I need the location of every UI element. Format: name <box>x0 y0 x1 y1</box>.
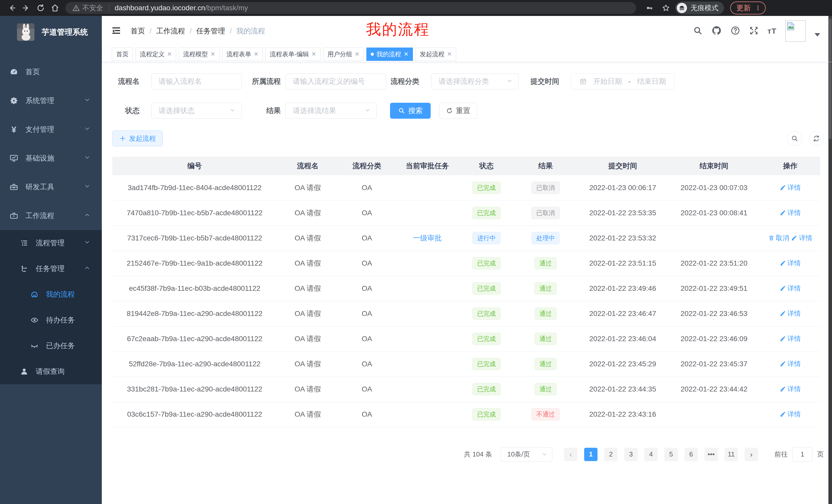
current-task-link[interactable]: 一级审批 <box>413 234 442 242</box>
font-size-icon[interactable]: тT <box>768 27 777 35</box>
next-page-button[interactable]: › <box>745 448 758 461</box>
url-bar[interactable]: 不安全 dashboard.yudao.iocoder.cn/bpm/task/… <box>65 2 636 14</box>
sidebar-item-6[interactable]: 流程管理 <box>0 230 102 256</box>
breadcrumb-home[interactable]: 首页 <box>131 26 145 36</box>
detail-action[interactable]: 详情 <box>791 233 812 243</box>
sidebar-item-label: 基础设施 <box>25 153 54 163</box>
date-range-picker[interactable]: 开始日期 - 结束日期 <box>571 74 675 89</box>
chevron-up-icon <box>84 212 90 220</box>
chevron-down-icon <box>84 239 90 247</box>
browser-back-icon[interactable] <box>5 1 19 15</box>
create-process-button[interactable]: 发起流程 <box>112 131 163 146</box>
page-ellipsis[interactable]: ••• <box>704 448 718 461</box>
detail-action[interactable]: 详情 <box>780 385 801 394</box>
detail-action[interactable]: 详情 <box>780 334 801 343</box>
fullscreen-icon[interactable] <box>749 26 759 36</box>
process-name-input[interactable] <box>151 74 241 89</box>
sidebar-item-5[interactable]: 工作流程 <box>0 201 102 230</box>
sidebar-item-2[interactable]: ¥支付管理 <box>0 115 102 144</box>
detail-action[interactable]: 详情 <box>780 309 801 318</box>
url-path: /bpm/task/my <box>205 4 248 12</box>
table-body: 3ad174fb-7b9d-11ec-8404-acde48001122OA 请… <box>112 175 820 427</box>
gear-icon <box>9 96 18 105</box>
page-button-6[interactable]: 6 <box>684 448 698 461</box>
cancel-action[interactable]: 取消 <box>768 233 789 243</box>
sidebar-logo[interactable]: 芋道管理系统 <box>0 16 102 48</box>
header-search-icon[interactable] <box>693 26 703 36</box>
sidebar-item-3[interactable]: 基础设施 <box>0 144 102 173</box>
detail-action[interactable]: 详情 <box>780 208 801 217</box>
red-annotation-text: 我的流程 <box>366 20 430 39</box>
browser-home-icon[interactable] <box>48 1 62 15</box>
detail-action[interactable]: 详情 <box>780 259 801 268</box>
trash-icon <box>768 235 774 241</box>
refresh-table-button[interactable] <box>809 131 824 146</box>
scrollbar-thumb[interactable] <box>829 19 831 139</box>
page-button-1[interactable]: 1 <box>584 448 598 461</box>
tab-5[interactable]: 用户分组✕ <box>323 48 364 61</box>
category-select[interactable]: 请选择流程分类 <box>431 74 519 89</box>
close-icon[interactable]: ✕ <box>355 51 359 58</box>
close-icon[interactable]: ✕ <box>447 51 452 58</box>
page-button-2[interactable]: 2 <box>604 448 618 461</box>
sidebar-item-0[interactable]: 首页 <box>0 58 102 86</box>
page-button-5[interactable]: 5 <box>665 448 678 461</box>
detail-action[interactable]: 详情 <box>780 359 801 368</box>
tab-3[interactable]: 流程表单✕ <box>222 48 263 61</box>
browser-update-button[interactable]: 更新 <box>730 2 766 15</box>
cell-submit-time: 2022-01-22 23:44:35 <box>578 376 668 402</box>
browser-forward-icon[interactable] <box>19 1 33 15</box>
search-button[interactable]: 搜索 <box>390 103 431 119</box>
reset-button[interactable]: 重置 <box>439 103 477 119</box>
sidebar-item-4[interactable]: 研发工具 <box>0 173 102 201</box>
sidebar-item-11[interactable]: 请假查询 <box>0 359 102 384</box>
close-icon[interactable]: ✕ <box>254 51 258 58</box>
sidebar-item-9[interactable]: 待办任务 <box>0 307 102 333</box>
bookmark-star-icon[interactable] <box>659 1 673 15</box>
close-icon[interactable]: ✕ <box>210 51 215 58</box>
status-badge: 已完成 <box>472 333 501 345</box>
result-select[interactable]: 请选择流结果 <box>285 103 377 119</box>
tab-2[interactable]: 流程模型✕ <box>179 48 219 61</box>
page-button-11[interactable]: 11 <box>725 448 738 461</box>
goto-page-input[interactable] <box>792 447 812 461</box>
toggle-search-button[interactable] <box>787 131 802 146</box>
avatar-caret-icon[interactable] <box>814 33 820 36</box>
status-select[interactable]: 请选择状态 <box>151 103 241 119</box>
detail-action[interactable]: 详情 <box>780 183 801 192</box>
window-scrollbar[interactable] <box>828 16 832 504</box>
cell-end-time <box>668 402 760 427</box>
help-icon[interactable] <box>730 26 740 36</box>
avatar[interactable] <box>785 20 806 42</box>
sidebar-item-1[interactable]: 系统管理 <box>0 86 102 115</box>
process-def-input[interactable] <box>285 74 386 89</box>
close-icon[interactable]: ✕ <box>167 51 172 58</box>
close-icon[interactable]: ✕ <box>404 51 408 58</box>
close-icon[interactable]: ✕ <box>311 51 316 58</box>
tab-0[interactable]: 首页 <box>112 48 133 61</box>
sidebar-item-7[interactable]: 任务管理 <box>0 256 102 282</box>
page-button-4[interactable]: 4 <box>644 448 658 461</box>
pencil-icon <box>780 209 786 216</box>
page-size-select[interactable]: 10条/页 <box>501 447 552 461</box>
tab-4[interactable]: 流程表单-编辑✕ <box>265 48 320 61</box>
github-icon[interactable] <box>711 25 722 37</box>
table-row: 7317cec6-7b9b-11ec-b5b7-acde48001122OA 请… <box>112 226 820 251</box>
cell-end-time: 2022-01-22 23:51:20 <box>668 251 760 276</box>
not-secure-warning[interactable]: 不安全 <box>73 3 103 12</box>
sidebar-item-10[interactable]: 已办任务 <box>0 333 102 359</box>
sidebar-item-8[interactable]: 我的流程 <box>0 282 102 307</box>
tab-1[interactable]: 流程定义✕ <box>135 48 176 61</box>
tab-7[interactable]: 发起流程✕ <box>415 48 456 61</box>
sidebar-toggle-icon[interactable] <box>102 25 131 37</box>
tab-6[interactable]: 我的流程✕ <box>366 48 413 61</box>
breadcrumb-task-mgmt[interactable]: 任务管理 <box>197 26 225 36</box>
detail-action[interactable]: 详情 <box>780 284 801 293</box>
detail-action[interactable]: 详情 <box>780 410 801 419</box>
page-button-3[interactable]: 3 <box>624 448 638 461</box>
browser-reload-icon[interactable] <box>33 1 48 15</box>
prev-page-button[interactable]: ‹ <box>564 448 577 461</box>
breadcrumb-current: 我的流程 <box>236 26 265 36</box>
password-key-icon[interactable] <box>642 1 657 15</box>
breadcrumb-workflow[interactable]: 工作流程 <box>156 26 185 36</box>
